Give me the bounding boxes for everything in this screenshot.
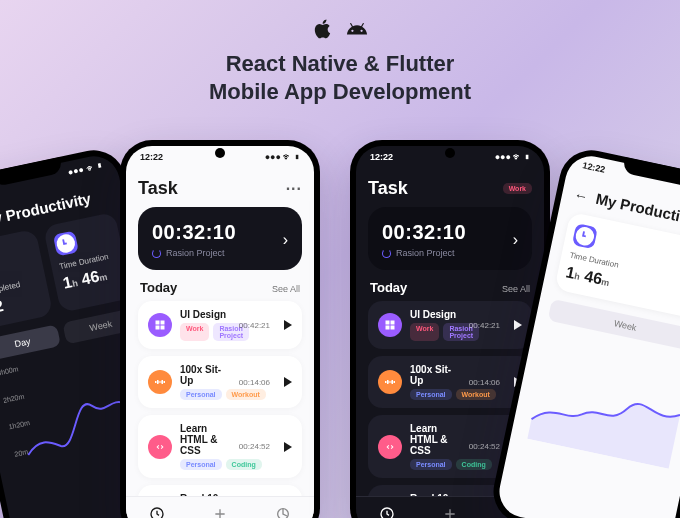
more-icon[interactable]: ··· xyxy=(286,180,302,198)
barbell-icon xyxy=(148,370,172,394)
bottom-nav xyxy=(126,496,314,518)
task-list: UI DesignWorkRasion Project00:42:21100x … xyxy=(138,301,302,518)
task-row[interactable]: Learn HTML & CSSPersonalCoding00:24:52 xyxy=(138,415,302,478)
task-name: 100x Sit-Up xyxy=(410,364,461,386)
status-indicators: ●●● ᯤ ▮ xyxy=(495,152,530,162)
task-tag: Personal xyxy=(180,389,222,400)
back-icon[interactable]: ← xyxy=(573,186,590,205)
task-name: 100x Sit-Up xyxy=(180,364,231,386)
nav-chart-icon[interactable] xyxy=(275,506,291,519)
section-title: Today xyxy=(370,280,407,295)
task-name: Learn HTML & CSS xyxy=(410,423,461,456)
task-tag: Work xyxy=(180,323,209,341)
task-row[interactable]: 100x Sit-UpPersonalWorkout00:14:06 xyxy=(368,356,532,408)
code-icon xyxy=(378,435,402,459)
status-time: 12:22 xyxy=(140,152,163,162)
android-icon xyxy=(346,18,368,44)
task-tag: Personal xyxy=(180,459,222,470)
stat-card-tasks[interactable]: Task Completed 12 xyxy=(0,229,53,330)
task-time: 00:42:21 xyxy=(239,321,270,330)
play-icon[interactable] xyxy=(284,377,292,387)
timer-project: Rasion Project xyxy=(166,248,225,258)
barbell-icon xyxy=(378,370,402,394)
code-icon xyxy=(148,435,172,459)
platform-icons xyxy=(312,18,368,44)
timer-time: 00:32:10 xyxy=(152,221,236,244)
chevron-right-icon[interactable]: › xyxy=(283,231,288,249)
timer-project: Rasion Project xyxy=(396,248,455,258)
task-name: UI Design xyxy=(180,309,231,320)
task-name: UI Design xyxy=(410,309,461,320)
spinner-icon xyxy=(152,249,161,258)
nav-add-icon[interactable] xyxy=(212,506,228,519)
timer-time: 00:32:10 xyxy=(382,221,466,244)
task-row[interactable]: 100x Sit-UpPersonalWorkout00:14:06 xyxy=(138,356,302,408)
task-tag: Personal xyxy=(410,389,452,400)
task-time: 00:24:52 xyxy=(239,442,270,451)
phone-task-light: 12:22●●● ᯤ ▮ Task··· 00:32:10 Rasion Pro… xyxy=(120,140,320,518)
task-tag: Coding xyxy=(226,459,262,470)
nav-add-icon[interactable] xyxy=(442,506,458,519)
play-icon[interactable] xyxy=(284,320,292,330)
grid-icon xyxy=(378,313,402,337)
spinner-icon xyxy=(382,249,391,258)
section-title: Today xyxy=(140,280,177,295)
task-tag: Personal xyxy=(410,459,452,470)
see-all-link[interactable]: See All xyxy=(502,284,530,294)
headline-line2: Mobile App Development xyxy=(0,78,680,106)
timer-tag: Work xyxy=(503,183,532,194)
grid-icon xyxy=(148,313,172,337)
task-time: 00:14:06 xyxy=(239,378,270,387)
task-row[interactable]: UI DesignWorkRasion Project00:42:21 xyxy=(138,301,302,349)
task-tag: Work xyxy=(410,323,439,341)
page-title: Task xyxy=(138,178,178,199)
task-tag: Coding xyxy=(456,459,492,470)
task-name: Learn HTML & CSS xyxy=(180,423,231,456)
timer-card[interactable]: 00:32:10 Rasion Project › xyxy=(368,207,532,270)
play-icon[interactable] xyxy=(284,442,292,452)
productivity-chart xyxy=(523,330,680,470)
task-time: 00:24:52 xyxy=(469,442,500,451)
status-time: 12:22 xyxy=(582,160,607,175)
task-tag: Workout xyxy=(456,389,496,400)
apple-icon xyxy=(312,18,334,44)
nav-clock-icon[interactable] xyxy=(379,506,395,519)
headline: React Native & Flutter Mobile App Develo… xyxy=(0,50,680,105)
play-icon[interactable] xyxy=(514,320,522,330)
task-time: 00:14:06 xyxy=(469,378,500,387)
see-all-link[interactable]: See All xyxy=(272,284,300,294)
segment-day[interactable]: Day xyxy=(0,324,61,361)
status-time: 12:22 xyxy=(370,152,393,162)
headline-line1: React Native & Flutter xyxy=(0,50,680,78)
status-indicators: ●●● ᯤ ▮ xyxy=(67,160,104,177)
task-tag: Workout xyxy=(226,389,266,400)
nav-clock-icon[interactable] xyxy=(149,506,165,519)
status-indicators: ●●● ᯤ ▮ xyxy=(265,152,300,162)
chevron-right-icon[interactable]: › xyxy=(513,231,518,249)
task-time: 00:42:21 xyxy=(469,321,500,330)
timer-card[interactable]: 00:32:10 Rasion Project › xyxy=(138,207,302,270)
page-title: Task xyxy=(368,178,408,199)
task-row[interactable]: UI DesignWorkRasion Project00:42:21 xyxy=(368,301,532,349)
